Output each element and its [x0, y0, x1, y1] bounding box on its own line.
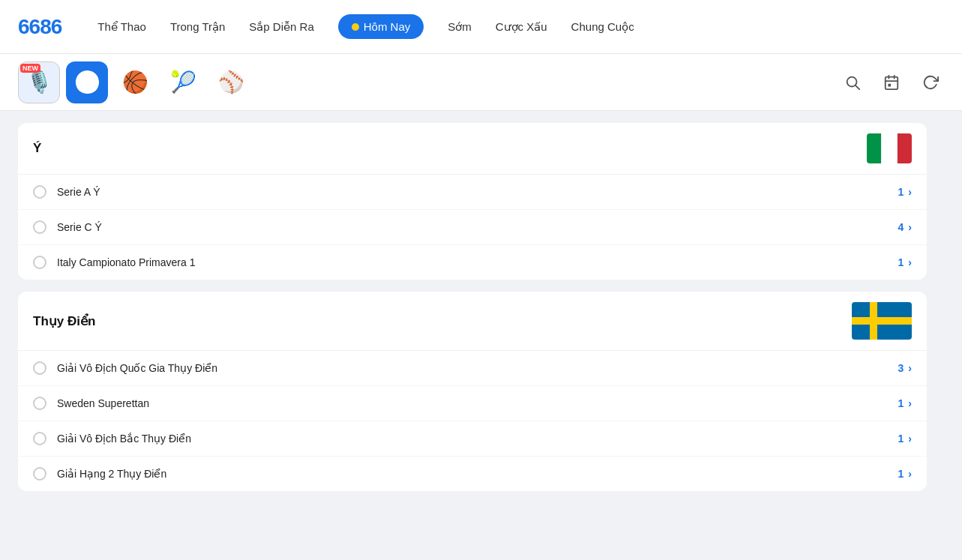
chevron-right-icon: › — [908, 221, 912, 233]
league-name: Giải Hạng 2 Thụy Điển — [57, 468, 898, 480]
sport-bar: NEW🎙️⚽🏀🎾⚾ — [0, 54, 962, 111]
league-row[interactable]: Serie A Ý1› — [18, 175, 927, 210]
league-list: Serie A Ý1›Serie C Ý4›Italy Campionato P… — [18, 174, 927, 280]
league-row[interactable]: Giải Hạng 2 Thụy Điển1› — [18, 457, 927, 491]
country-flag-italy — [867, 133, 912, 163]
nav-item-sớm[interactable]: Sớm — [448, 20, 472, 34]
main-nav: Thể ThaoTrong TrậnSắp Diễn RaHôm NaySớmC… — [97, 14, 944, 39]
nav-item-today[interactable]: Hôm Nay — [338, 14, 424, 39]
chevron-right-icon: › — [908, 362, 912, 374]
today-dot-icon — [352, 23, 359, 31]
country-section-Thụy Điển: Thụy ĐiểnGiải Vô Địch Quốc Gia Thụy Điển… — [18, 292, 927, 491]
country-flag-sweden — [852, 302, 912, 340]
country-name: Thụy Điển — [33, 313, 95, 329]
sport-bar-actions — [839, 69, 944, 96]
sport-icon-basketball[interactable]: 🏀 — [114, 61, 156, 103]
league-row[interactable]: Italy Campionato Primavera 11› — [18, 245, 927, 280]
svg-rect-2 — [886, 76, 898, 89]
chevron-right-icon: › — [908, 256, 912, 268]
league-count: 3 — [898, 362, 904, 374]
league-name: Sweden Superettan — [57, 397, 898, 409]
league-count: 1 — [898, 468, 904, 480]
league-count: 4 — [898, 221, 904, 233]
nav-item-cược-xấu[interactable]: Cược Xấu — [496, 20, 547, 34]
league-radio[interactable] — [33, 432, 46, 445]
league-radio[interactable] — [33, 220, 46, 234]
chevron-right-icon: › — [908, 397, 912, 409]
search-button[interactable] — [839, 69, 866, 96]
sport-icon-soccer[interactable]: ⚽ — [66, 61, 108, 103]
basketball-emoji: 🏀 — [122, 72, 148, 93]
league-name: Serie C Ý — [57, 221, 898, 233]
svg-rect-6 — [888, 83, 891, 86]
league-count: 1 — [898, 433, 904, 445]
nav-item-sắp-diễn-ra[interactable]: Sắp Diễn Ra — [249, 20, 313, 34]
league-radio[interactable] — [33, 467, 46, 481]
country-header: Ý — [18, 123, 927, 174]
chevron-right-icon: › — [908, 186, 912, 198]
chevron-right-icon: › — [908, 433, 912, 445]
baseball-emoji: ⚾ — [218, 72, 244, 93]
league-name: Giải Vô Địch Quốc Gia Thụy Điển — [57, 362, 898, 374]
nav-item-label: Hôm Nay — [364, 20, 411, 33]
logo[interactable]: 6686 — [18, 15, 61, 39]
soccer-emoji: ⚽ — [74, 72, 100, 93]
sport-icon-mic[interactable]: NEW🎙️ — [18, 61, 60, 103]
league-row[interactable]: Giải Vô Địch Bắc Thụy Điển1› — [18, 421, 927, 457]
league-row[interactable]: Sweden Superettan1› — [18, 386, 927, 421]
league-name: Italy Campionato Primavera 1 — [57, 256, 898, 268]
league-count: 1 — [898, 256, 904, 268]
league-count: 1 — [898, 397, 904, 409]
tennis-emoji: 🎾 — [170, 72, 196, 93]
main-content: ÝSerie A Ý1›Serie C Ý4›Italy Campionato … — [0, 111, 945, 515]
league-row[interactable]: Serie C Ý4› — [18, 210, 927, 245]
league-name: Giải Vô Địch Bắc Thụy Điển — [57, 433, 898, 445]
sport-icon-tennis[interactable]: 🎾 — [162, 61, 204, 103]
new-badge: NEW — [20, 64, 40, 73]
calendar-button[interactable] — [878, 69, 905, 96]
league-radio[interactable] — [33, 256, 46, 269]
league-radio[interactable] — [33, 397, 46, 410]
league-count: 1 — [898, 186, 904, 198]
header: 6686 Thể ThaoTrong TrậnSắp Diễn RaHôm Na… — [0, 0, 962, 54]
country-header: Thụy Điển — [18, 292, 927, 350]
svg-line-1 — [856, 85, 859, 89]
nav-item-trong-trận[interactable]: Trong Trận — [170, 20, 225, 34]
nav-item-chung-cuộc[interactable]: Chung Cuộc — [571, 20, 634, 34]
league-row[interactable]: Giải Vô Địch Quốc Gia Thụy Điển3› — [18, 351, 927, 386]
chevron-right-icon: › — [908, 468, 912, 480]
country-section-Ý: ÝSerie A Ý1›Serie C Ý4›Italy Campionato … — [18, 123, 927, 280]
nav-item-thể-thao[interactable]: Thể Thao — [97, 20, 146, 34]
league-radio[interactable] — [33, 361, 46, 375]
refresh-button[interactable] — [917, 69, 944, 96]
country-name: Ý — [33, 141, 41, 156]
league-name: Serie A Ý — [57, 186, 898, 198]
league-radio[interactable] — [33, 185, 46, 199]
league-list: Giải Vô Địch Quốc Gia Thụy Điển3›Sweden … — [18, 350, 927, 491]
sport-icon-baseball[interactable]: ⚾ — [210, 61, 252, 103]
mic-emoji: 🎙️ — [26, 72, 52, 93]
